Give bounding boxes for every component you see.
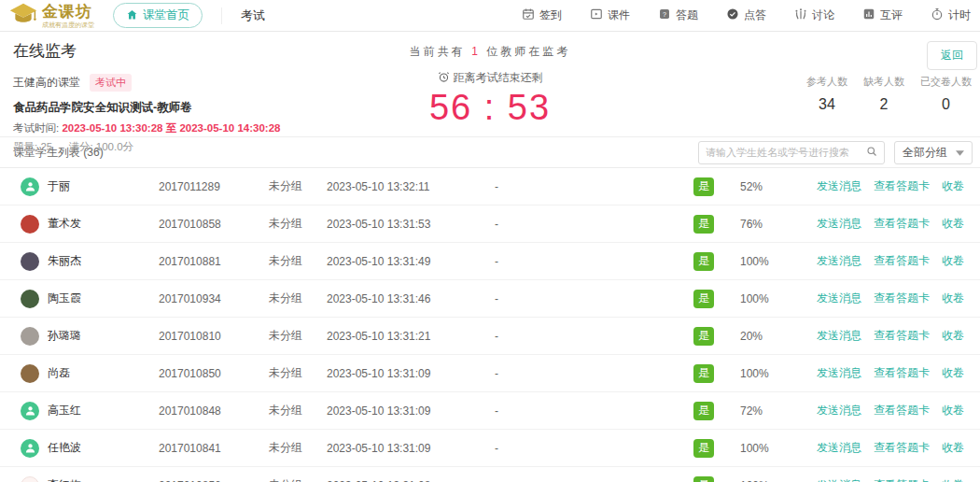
tab-exam[interactable]: 考试 xyxy=(221,7,265,24)
collect-paper-link[interactable]: 收卷 xyxy=(942,178,964,194)
send-message-link[interactable]: 发送消息 xyxy=(817,477,861,482)
question-count: 题量: 25 xyxy=(13,141,52,152)
student-id: 2017010850 xyxy=(159,367,269,380)
send-message-link[interactable]: 发送消息 xyxy=(817,365,861,381)
enter-exam-time: 2023-05-10 13:31:09 xyxy=(327,367,495,380)
send-message-link[interactable]: 发送消息 xyxy=(817,216,861,232)
tool-answer[interactable]: ? 答题 xyxy=(658,7,698,23)
stat-value: 34 xyxy=(806,96,847,113)
student-name-cell: ♥ 孙璐璐 xyxy=(21,327,159,346)
enter-exam-time: 2023-05-10 13:31:53 xyxy=(327,218,495,231)
person-icon xyxy=(24,180,36,192)
tool-label: 点答 xyxy=(744,7,766,23)
view-answer-card-link[interactable]: 查看答题卡 xyxy=(874,477,930,482)
logo-tagline: 成就有温度的课堂 xyxy=(42,21,94,28)
student-group: 未分组 xyxy=(269,477,327,482)
view-answer-card-link[interactable]: 查看答题卡 xyxy=(874,216,930,232)
stat-absent: 缺考人数 2 xyxy=(863,75,904,113)
svg-text:?: ? xyxy=(663,11,666,18)
student-name-cell: ♥ 高玉红 xyxy=(21,402,159,420)
collect-paper-link[interactable]: 收卷 xyxy=(942,403,964,418)
tool-label: 讨论 xyxy=(812,7,834,23)
student-name-cell: ♥ 李红梅 xyxy=(21,476,159,482)
answer-progress: 100% xyxy=(740,255,817,268)
table-row: ♥ 孙璐璐 2017010810 未分组 2023-05-10 13:31:21… xyxy=(0,318,980,355)
stat-label: 缺考人数 xyxy=(863,75,904,89)
tool-discussion[interactable]: 讨论 xyxy=(794,7,834,23)
view-answer-card-link[interactable]: 查看答题卡 xyxy=(874,291,930,306)
notice-prefix: 当前共有 xyxy=(410,45,466,58)
view-answer-card-link[interactable]: 查看答题卡 xyxy=(874,178,930,194)
tool-courseware[interactable]: 课件 xyxy=(590,7,630,23)
tool-peer-review[interactable]: 互评 xyxy=(862,7,903,23)
row-actions: 发送消息 查看答题卡 收卷 xyxy=(817,178,980,194)
student-id: 2017010841 xyxy=(159,442,269,455)
student-group: 未分组 xyxy=(269,365,327,381)
collect-paper-link[interactable]: 收卷 xyxy=(942,365,964,381)
submit-time: - xyxy=(495,404,693,418)
student-group: 未分组 xyxy=(269,253,327,269)
tool-sign-in[interactable]: 签到 xyxy=(522,7,562,23)
tool-call-answer[interactable]: 点答 xyxy=(726,7,766,23)
send-message-link[interactable]: 发送消息 xyxy=(817,328,861,344)
stat-label: 已交卷人数 xyxy=(920,75,972,89)
view-answer-card-link[interactable]: 查看答题卡 xyxy=(874,253,930,269)
tool-label: 答题 xyxy=(676,7,698,23)
table-row: ♥ 朱丽杰 2017010881 未分组 2023-05-10 13:31:49… xyxy=(0,243,980,280)
collect-paper-link[interactable]: 收卷 xyxy=(942,291,964,306)
row-actions: 发送消息 查看答题卡 收卷 xyxy=(817,477,980,482)
home-button-label: 课堂首页 xyxy=(143,7,189,23)
view-answer-card-link[interactable]: 查看答题卡 xyxy=(874,440,930,456)
collect-paper-link[interactable]: 收卷 xyxy=(942,440,964,456)
proctor-notice: 当前共有 1 位教师在监考 xyxy=(0,44,980,60)
student-name: 尚磊 xyxy=(48,365,70,381)
row-actions: 发送消息 查看答题卡 收卷 xyxy=(817,291,980,306)
enter-exam-time: 2023-05-10 13:31:09 xyxy=(327,404,495,418)
person-icon xyxy=(24,404,36,417)
collect-paper-link[interactable]: 收卷 xyxy=(942,477,964,482)
graduation-cap-icon xyxy=(9,2,37,30)
student-name: 陶玉霞 xyxy=(48,291,81,306)
tool-label: 签到 xyxy=(539,7,562,23)
top-navbar: 金课坊 成就有温度的课堂 课堂首页 考试 签到 课件 ? 答题 xyxy=(0,0,980,32)
student-id: 2017010881 xyxy=(159,255,269,268)
back-button[interactable]: 返回 xyxy=(927,41,977,70)
view-answer-card-link[interactable]: 查看答题卡 xyxy=(874,403,930,418)
view-answer-card-link[interactable]: 查看答题卡 xyxy=(874,328,930,344)
collect-paper-link[interactable]: 收卷 xyxy=(942,328,964,344)
collect-paper-link[interactable]: 收卷 xyxy=(942,216,964,232)
table-row: ♥ 高玉红 2017010848 未分组 2023-05-10 13:31:09… xyxy=(0,392,980,430)
logo-text: 金课坊 xyxy=(42,4,94,20)
send-message-link[interactable]: 发送消息 xyxy=(817,253,861,269)
answer-progress: 100% xyxy=(740,479,817,482)
student-id: 2017010934 xyxy=(159,292,269,305)
classroom-home-button[interactable]: 课堂首页 xyxy=(113,3,203,28)
table-row: ♥ 董术发 2017010858 未分组 2023-05-10 13:31:53… xyxy=(0,206,980,243)
submit-time: - xyxy=(495,255,693,268)
send-message-link[interactable]: 发送消息 xyxy=(817,440,861,456)
student-group: 未分组 xyxy=(269,216,327,232)
online-badge: 是 xyxy=(693,439,714,458)
answer-progress: 100% xyxy=(740,442,817,455)
student-group: 未分组 xyxy=(269,328,327,344)
student-name-cell: ♥ 任艳波 xyxy=(21,439,159,458)
row-actions: 发送消息 查看答题卡 收卷 xyxy=(817,328,980,344)
stat-value: 0 xyxy=(920,96,972,113)
answer-icon: ? xyxy=(658,7,671,23)
submit-time: - xyxy=(495,367,693,380)
exam-header: 在线监考 王健高的课堂 考试中 食品药品学院安全知识测试-教师卷 考试时间: 2… xyxy=(0,32,980,137)
tool-label: 互评 xyxy=(880,7,903,23)
online-badge: 是 xyxy=(693,177,714,196)
online-badge: 是 xyxy=(693,364,714,383)
student-name-cell: ♥ 尚磊 xyxy=(21,364,159,383)
view-answer-card-link[interactable]: 查看答题卡 xyxy=(874,365,930,381)
answer-progress: 76% xyxy=(740,218,817,231)
submit-time: - xyxy=(495,292,693,305)
send-message-link[interactable]: 发送消息 xyxy=(817,403,861,418)
send-message-link[interactable]: 发送消息 xyxy=(817,178,861,194)
send-message-link[interactable]: 发送消息 xyxy=(817,291,861,306)
notice-suffix: 位教师在监考 xyxy=(486,45,570,58)
collect-paper-link[interactable]: 收卷 xyxy=(942,253,964,269)
tool-timer[interactable]: 计时 xyxy=(931,7,971,23)
alarm-clock-icon xyxy=(438,71,450,86)
